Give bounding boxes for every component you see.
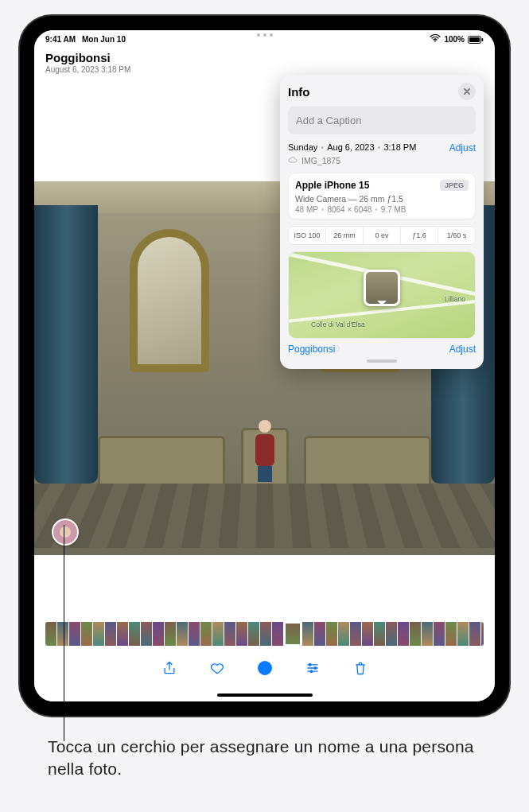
thumbnail[interactable]	[224, 622, 235, 646]
svg-point-7	[314, 667, 317, 670]
photo-header: Poggibonsi August 6, 2023 3:18 PM	[45, 51, 130, 74]
info-panel: Info Add a Caption Sunday•Aug 6, 2023•3:…	[280, 75, 484, 369]
thumbnail[interactable]	[338, 622, 349, 646]
thumbnail[interactable]	[57, 622, 68, 646]
thumbnail[interactable]	[386, 622, 397, 646]
svg-point-0	[434, 41, 436, 42]
thumbnail[interactable]	[314, 622, 325, 646]
thumbnail[interactable]	[434, 622, 445, 646]
thumbnail[interactable]	[248, 622, 259, 646]
thumbnail[interactable]	[81, 622, 92, 646]
thumbnail[interactable]	[141, 622, 152, 646]
thumbnail[interactable]	[165, 622, 176, 646]
exif-aperture: ƒ1.6	[401, 227, 438, 244]
thumbnail[interactable]	[200, 622, 212, 646]
thumbnail[interactable]	[481, 622, 484, 646]
thumbnail[interactable]	[212, 622, 224, 646]
location-map[interactable]: Colle di Val d'Elsa Lilliano	[288, 251, 476, 339]
thumbnail[interactable]	[105, 622, 116, 646]
thumbnail[interactable]	[410, 622, 421, 646]
caption-input[interactable]: Add a Caption	[288, 107, 476, 134]
header-location: Poggibonsi	[45, 51, 130, 64]
panel-grabber[interactable]	[367, 359, 397, 363]
photo-datetime: Sunday•Aug 6, 2023•3:18 PM	[288, 142, 416, 152]
status-time: 9:41 AM	[45, 35, 76, 44]
thumbnail[interactable]	[189, 622, 200, 646]
thumbnail[interactable]	[302, 622, 313, 646]
ipad-screen: 9:41 AM Mon Jun 10 100% Poggibonsi Augus…	[34, 30, 495, 701]
svg-text:i: i	[263, 663, 266, 673]
bottom-toolbar: i	[34, 657, 495, 679]
exif-shutter: 1/60 s	[438, 227, 475, 244]
thumbnail[interactable]	[117, 622, 128, 646]
callout-text: Tocca un cerchio per assegnare un nome a…	[48, 736, 497, 781]
adjust-datetime-button[interactable]: Adjust	[449, 142, 476, 153]
exif-focal: 26 mm	[326, 227, 364, 244]
format-badge: JPEG	[440, 180, 469, 191]
exif-ev: 0 ev	[364, 227, 401, 244]
battery-icon	[468, 34, 484, 43]
thumbnail[interactable]	[272, 622, 283, 646]
svg-point-6	[309, 664, 311, 666]
map-label-colle: Colle di Val d'Elsa	[311, 321, 365, 328]
thumbnail[interactable]	[469, 622, 480, 646]
chevron-right-icon: 〉	[336, 344, 344, 355]
device-info-card: Apple iPhone 15 JPEG Wide Camera — 26 mm…	[288, 173, 476, 220]
lens-info: Wide Camera — 26 mm ƒ1.5	[295, 194, 469, 204]
exif-strip: ISO 100 26 mm 0 ev ƒ1.6 1/60 s	[288, 226, 476, 245]
thumbnail[interactable]	[326, 622, 337, 646]
ipad-device-frame: 9:41 AM Mon Jun 10 100% Poggibonsi Augus…	[20, 16, 509, 716]
delete-button[interactable]	[349, 657, 371, 679]
close-button[interactable]	[458, 83, 476, 100]
cloud-icon	[288, 155, 298, 166]
adjust-location-button[interactable]: Adjust	[449, 344, 476, 355]
favorite-button[interactable]	[206, 657, 228, 679]
thumbnail[interactable]	[445, 622, 457, 646]
battery-percent: 100%	[444, 35, 465, 44]
adjust-button[interactable]	[301, 657, 324, 679]
thumbnail[interactable]	[422, 622, 433, 646]
thumbnail[interactable]	[153, 622, 164, 646]
multitasking-dots-icon[interactable]	[257, 33, 273, 37]
thumbnail[interactable]	[284, 622, 301, 646]
share-button[interactable]	[158, 657, 181, 679]
exif-iso: ISO 100	[289, 227, 326, 244]
thumbnail[interactable]	[69, 622, 80, 646]
svg-point-8	[310, 670, 313, 673]
thumbnail[interactable]	[398, 622, 409, 646]
header-datetime: August 6, 2023 3:18 PM	[45, 65, 130, 74]
face-tag-circle[interactable]	[52, 519, 79, 546]
wifi-icon	[430, 34, 441, 44]
callout-leader-line	[64, 525, 64, 741]
thumbnail[interactable]	[177, 622, 188, 646]
map-photo-pin[interactable]	[364, 270, 400, 306]
home-indicator[interactable]	[217, 694, 313, 697]
thumbnail[interactable]	[362, 622, 373, 646]
thumbnail[interactable]	[457, 622, 469, 646]
location-link[interactable]: Poggibonsi〉	[288, 344, 344, 355]
photo-specs: 48 MP•8064 × 6048•9.7 MB	[295, 205, 469, 214]
thumbnail-strip[interactable]	[45, 622, 484, 646]
thumbnail[interactable]	[374, 622, 385, 646]
info-button[interactable]: i	[254, 657, 276, 679]
thumbnail[interactable]	[129, 622, 140, 646]
thumbnail[interactable]	[45, 622, 56, 646]
device-name: Apple iPhone 15	[295, 180, 369, 191]
thumbnail[interactable]	[236, 622, 247, 646]
thumbnail[interactable]	[93, 622, 104, 646]
thumbnail[interactable]	[350, 622, 361, 646]
info-panel-title: Info	[288, 85, 310, 99]
svg-rect-2	[469, 37, 480, 42]
map-label-lilliano: Lilliano	[445, 295, 465, 303]
status-date: Mon Jun 10	[82, 35, 126, 44]
filename-label: IMG_1875	[301, 156, 340, 165]
svg-rect-3	[482, 38, 484, 41]
thumbnail[interactable]	[260, 622, 271, 646]
